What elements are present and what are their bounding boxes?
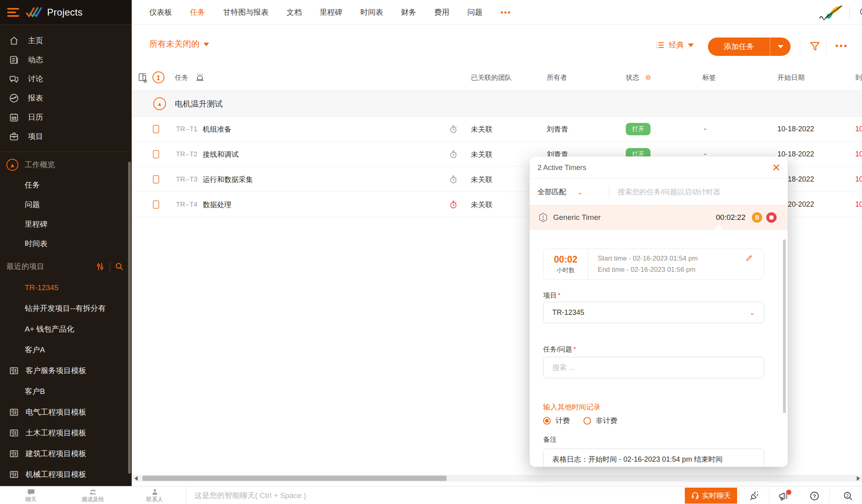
more-options-button[interactable]: ••• [835, 41, 848, 51]
board-settings-icon[interactable] [137, 64, 148, 91]
other-time-link[interactable]: 输入其他时间记录 [543, 403, 601, 411]
sidebar-section-work-overview[interactable]: ▲ 工作概览 [0, 154, 132, 175]
col-start-date[interactable]: 开始日期 [777, 64, 805, 91]
col-tag[interactable]: 标签 [702, 64, 716, 91]
smart-chat-input[interactable]: 这是您的智能聊天( Ctrl + Space ) [194, 486, 306, 504]
recent-project-item[interactable]: 客户A [0, 340, 132, 360]
recent-project-item[interactable]: 机械工程项目模板 [0, 464, 132, 485]
task-name[interactable]: 运行和数据采集 [203, 167, 253, 192]
recent-project-item[interactable]: TR-12345 [0, 277, 132, 298]
sidebar-scrollbar[interactable] [128, 162, 131, 474]
task-filter-dropdown[interactable]: 所有未关闭的 [149, 38, 209, 49]
match-filter-dropdown[interactable]: 全部匹配⌄ [538, 179, 583, 205]
task-checkbox[interactable] [153, 150, 159, 158]
timer-stopwatch-icon[interactable] [449, 117, 458, 142]
add-task-dropdown[interactable] [770, 38, 791, 56]
close-icon[interactable]: ✕ [772, 156, 781, 179]
alarm-icon[interactable] [195, 64, 205, 91]
billable-radio[interactable]: 计费 [543, 416, 570, 425]
add-task-button[interactable]: 添加任务 [708, 38, 791, 56]
sidebar-item-home[interactable]: 主页 [0, 31, 132, 50]
col-team[interactable]: 已关联的团队 [471, 64, 512, 91]
hamburger-menu-icon[interactable] [7, 8, 19, 17]
work-overview-item[interactable]: 任务 [0, 175, 132, 195]
sidebar-item-briefcase[interactable]: 项目 [0, 127, 132, 146]
task-checkbox[interactable] [153, 175, 159, 184]
recent-project-item[interactable]: 客户服务项目模板 [0, 360, 132, 381]
view-switch-dropdown[interactable]: 经典 [655, 40, 694, 50]
status-badge[interactable]: 打开 [626, 123, 650, 135]
work-overview-item[interactable]: 里程碑 [0, 214, 132, 234]
project-filter-sliders-icon[interactable] [95, 262, 105, 271]
recent-project-item[interactable]: 客户B [0, 381, 132, 402]
timer-stopwatch-icon[interactable] [449, 167, 458, 192]
active-timer-row[interactable]: Generic Timer 00:02:22 [530, 205, 788, 230]
tab-5[interactable]: 里程碑 [320, 7, 342, 18]
help-icon[interactable]: ? [809, 491, 820, 501]
task-due-date[interactable]: 10 [855, 142, 862, 167]
sidebar-item-calendar[interactable]: 日历 [0, 108, 132, 127]
work-overview-item[interactable]: 时间表 [0, 234, 132, 253]
task-start-date[interactable]: 10-18-2022 [777, 117, 814, 142]
search-icon[interactable] [859, 0, 862, 25]
notes-textarea[interactable]: 表格日志：开始时间 - 02-16-2023 01:54 pm 结束时间 [543, 449, 764, 467]
tab-7[interactable]: 财务 [401, 7, 416, 18]
filter-funnel-icon[interactable] [809, 41, 820, 52]
tabs-more-button[interactable]: ••• [500, 8, 511, 17]
scroll-right-arrow[interactable] [857, 476, 860, 481]
sidebar-item-discuss[interactable]: 讨论 [0, 69, 132, 89]
timer-search-input[interactable]: 搜索您的任务/问题以启动计时器 [618, 179, 720, 205]
recent-project-item[interactable]: 钻井开发项目--有拆分有 [0, 298, 132, 319]
horizontal-scrollbar[interactable] [132, 475, 862, 482]
recent-project-item[interactable]: 电气工程项目模板 [0, 402, 132, 423]
tab-6[interactable]: 时间表 [360, 7, 383, 18]
pause-timer-button[interactable] [752, 212, 762, 223]
work-overview-item[interactable]: 问题 [0, 195, 132, 214]
live-chat-button[interactable]: 实时聊天 [685, 488, 737, 504]
task-name[interactable]: 机组准备 [203, 117, 231, 142]
status-gear-icon[interactable] [644, 73, 652, 81]
tab-3[interactable]: 甘特图与报表 [223, 7, 269, 18]
task-search-input[interactable]: 搜索 ... [543, 357, 764, 378]
col-task[interactable]: 任务 [175, 64, 188, 91]
timer-stopwatch-icon[interactable] [449, 192, 458, 217]
table-row[interactable]: TR--T1机组准备未关联刘青青打开-10-18-202210 [132, 117, 862, 142]
popup-scrollbar[interactable] [783, 239, 786, 413]
collapse-all-icon[interactable]: ▲▲ [152, 64, 164, 91]
task-due-date[interactable]: 10 [855, 117, 862, 142]
task-owner[interactable]: 刘青青 [547, 117, 568, 142]
plug-integrations-icon[interactable] [749, 491, 759, 501]
col-due-date[interactable]: 到 [855, 64, 862, 91]
collapse-group-icon[interactable]: ▲ [153, 97, 166, 110]
tab-9[interactable]: 问题 [467, 7, 482, 18]
scrollbar-thumb[interactable] [142, 476, 447, 481]
tab-2[interactable]: 任务 [190, 7, 205, 18]
recent-project-item[interactable]: A+ 钱包产品化 [0, 319, 132, 340]
feather-pen-icon[interactable] [819, 0, 844, 25]
chatbar-tab-person[interactable]: 联系人 [124, 486, 186, 504]
project-select[interactable]: TR-12345 ⌄ [543, 302, 764, 323]
task-name[interactable]: 数据处理 [203, 192, 231, 217]
stop-timer-button[interactable] [766, 212, 777, 223]
project-search-icon[interactable] [115, 262, 124, 271]
task-checkbox[interactable] [153, 125, 159, 133]
chatbar-tab-group[interactable]: 频道及组 [62, 486, 124, 504]
non-billable-radio[interactable]: 非计费 [583, 416, 617, 425]
sidebar-item-feed[interactable]: 动态 [0, 50, 132, 69]
col-owner[interactable]: 所有者 [547, 64, 567, 91]
chatbar-tab-chat-bubble[interactable]: 聊天 [0, 486, 62, 504]
zoom-search-icon[interactable]: 2 [843, 491, 853, 501]
task-checkbox[interactable] [153, 200, 159, 209]
recent-project-item[interactable]: 土木工程项目模板 [0, 423, 132, 443]
timer-stopwatch-icon[interactable] [449, 142, 458, 167]
task-due-date[interactable]: 10 [855, 192, 862, 217]
tab-8[interactable]: 费用 [434, 7, 449, 18]
task-name[interactable]: 接线和调试 [203, 142, 239, 167]
scroll-left-arrow[interactable] [134, 476, 138, 481]
col-status[interactable]: 状态 [626, 64, 652, 91]
recent-project-item[interactable]: 建筑工程项目模板 [0, 443, 132, 464]
task-due-date[interactable]: 10 [855, 167, 862, 192]
edit-pencil-icon[interactable] [745, 255, 753, 262]
task-group-title[interactable]: 电机温升测试 [175, 91, 223, 117]
tab-4[interactable]: 文档 [287, 7, 302, 18]
